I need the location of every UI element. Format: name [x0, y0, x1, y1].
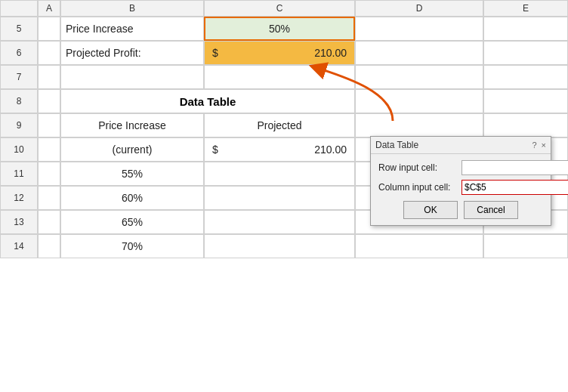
corner-header: [0, 0, 38, 17]
cell-b10[interactable]: (current): [60, 137, 204, 162]
dialog-col-input[interactable]: [462, 180, 568, 195]
col-header-c: C: [204, 0, 355, 17]
row-num-6: 6: [0, 41, 38, 65]
col-header-d: D: [355, 0, 483, 17]
cell-d9[interactable]: [355, 113, 483, 137]
cell-bc8-merged[interactable]: Data Table: [60, 89, 355, 113]
cell-e9[interactable]: [483, 113, 568, 137]
cell-c5[interactable]: 50%: [204, 17, 355, 41]
cell-d8[interactable]: [355, 89, 483, 113]
dialog-row-input-wrap: ⇧: [462, 160, 568, 175]
row-num-8: 8: [0, 89, 38, 113]
dialog-ok-button[interactable]: OK: [403, 201, 458, 219]
row-num-12: 12: [0, 186, 38, 210]
cell-b14[interactable]: 70%: [60, 234, 204, 258]
dialog-question-mark[interactable]: ?: [532, 140, 536, 150]
row-9: 9 Price Increase Projected: [0, 113, 568, 137]
cell-d7[interactable]: [355, 65, 483, 89]
cell-a11[interactable]: [38, 162, 60, 186]
row-7: 7: [0, 65, 568, 89]
cell-a9[interactable]: [38, 113, 60, 137]
cell-c12[interactable]: [204, 186, 355, 210]
cell-d5[interactable]: [355, 17, 483, 41]
dialog-cancel-button[interactable]: Cancel: [464, 201, 518, 219]
row-5: 5 Price Increase 50%: [0, 17, 568, 41]
dialog-buttons: OK Cancel: [378, 201, 543, 219]
cell-c7[interactable]: [204, 65, 355, 89]
cell-c14[interactable]: [204, 234, 355, 258]
cell-c11[interactable]: [204, 162, 355, 186]
dialog-body: Row input cell: ⇧ Column input cell: ⇧: [371, 154, 551, 225]
cell-d6[interactable]: [355, 41, 483, 65]
cell-e5[interactable]: [483, 17, 568, 41]
dialog-title: Data Table: [375, 140, 418, 150]
cell-a10[interactable]: [38, 137, 60, 162]
dialog-close-icon[interactable]: ×: [542, 140, 546, 150]
cell-a5[interactable]: [38, 17, 60, 41]
cell-b12[interactable]: 60%: [60, 186, 204, 210]
row-num-14: 14: [0, 234, 38, 258]
cell-d14[interactable]: [355, 234, 483, 258]
dialog-col-input-wrap: ⇧: [462, 180, 568, 195]
row-6: 6 Projected Profit: $ 210.00: [0, 41, 568, 65]
col-header-b: B: [60, 0, 204, 17]
row-14: 14 70%: [0, 234, 568, 258]
cell-c10[interactable]: $ 210.00: [204, 137, 355, 162]
row-num-7: 7: [0, 65, 38, 89]
dialog-controls: ? ×: [532, 140, 546, 150]
dialog-row-input-label: Row input cell:: [378, 162, 462, 173]
dialog-row-input-field: Row input cell: ⇧: [378, 160, 543, 175]
cell-a7[interactable]: [38, 65, 60, 89]
data-table-dialog: Data Table ? × Row input cell: ⇧ Column …: [370, 136, 551, 226]
row-num-5: 5: [0, 17, 38, 41]
spreadsheet: A B C D E 5 Price Increase 50% 6 Project…: [0, 0, 568, 392]
cell-a8[interactable]: [38, 89, 60, 113]
cell-e7[interactable]: [483, 65, 568, 89]
cell-c9[interactable]: Projected: [204, 113, 355, 137]
cell-e6[interactable]: [483, 41, 568, 65]
cell-a14[interactable]: [38, 234, 60, 258]
cell-a6[interactable]: [38, 41, 60, 65]
col-header-a: A: [38, 0, 60, 17]
dialog-row-input[interactable]: [462, 160, 568, 175]
cell-c6[interactable]: $ 210.00: [204, 41, 355, 65]
row-8: 8 Data Table: [0, 89, 568, 113]
cell-b5[interactable]: Price Increase: [60, 17, 204, 41]
cell-b13[interactable]: 65%: [60, 210, 204, 234]
cell-e8[interactable]: [483, 89, 568, 113]
cell-a12[interactable]: [38, 186, 60, 210]
dialog-titlebar: Data Table ? ×: [371, 137, 551, 154]
row-num-10: 10: [0, 137, 38, 162]
cell-b7[interactable]: [60, 65, 204, 89]
cell-c13[interactable]: [204, 210, 355, 234]
column-headers: A B C D E: [0, 0, 568, 17]
cell-b9[interactable]: Price Increase: [60, 113, 204, 137]
row-num-9: 9: [0, 113, 38, 137]
cell-b11[interactable]: 55%: [60, 162, 204, 186]
row-num-11: 11: [0, 162, 38, 186]
cell-b6[interactable]: Projected Profit:: [60, 41, 204, 65]
cell-a13[interactable]: [38, 210, 60, 234]
row-num-13: 13: [0, 210, 38, 234]
dialog-col-input-field: Column input cell: ⇧: [378, 180, 543, 195]
cell-e14[interactable]: [483, 234, 568, 258]
col-header-e: E: [483, 0, 568, 17]
dialog-col-input-label: Column input cell:: [378, 182, 462, 193]
